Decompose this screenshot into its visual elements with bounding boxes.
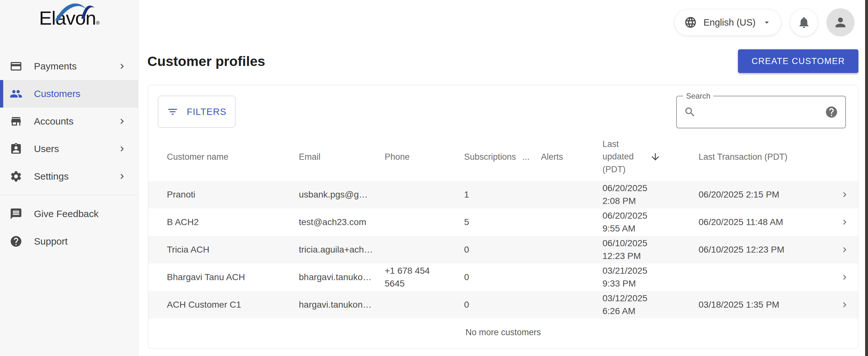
sidebar-item-label: Settings (34, 171, 117, 182)
cell-phone (385, 245, 464, 255)
row-chevron-right-icon[interactable] (839, 300, 850, 310)
row-chevron-right-icon[interactable] (839, 217, 850, 227)
filters-label: FILTERS (187, 107, 226, 117)
cell-last-updated: 06/10/2025 12:23 PM (602, 237, 699, 262)
table-row[interactable]: Tricia ACH tricia.aguila+ach… 0 06/10/20… (148, 236, 858, 263)
cell-subscriptions: 1 (464, 190, 522, 200)
table-row[interactable]: B ACH2 test@ach23.com 5 06/20/2025 9:55 … (148, 208, 858, 236)
cell-email: hargavi.tanukon… (299, 300, 385, 310)
store-icon (10, 115, 23, 128)
table-row[interactable]: ACH Customer C1 hargavi.tanukon… 0 03/12… (148, 291, 858, 319)
page-title: Customer profiles (147, 54, 265, 69)
sidebar-item-payments[interactable]: Payments (0, 53, 138, 80)
column-header-email[interactable]: Email (299, 152, 385, 162)
cell-last-updated: 03/12/2025 6:26 AM (602, 292, 699, 318)
help-circle-icon (10, 235, 23, 248)
row-chevron-right-icon[interactable] (839, 245, 850, 255)
search-help-icon[interactable] (825, 105, 838, 119)
chevron-right-icon (117, 144, 127, 154)
bell-icon (797, 16, 811, 29)
cell-phone (385, 300, 464, 310)
filters-button[interactable]: FILTERS (158, 96, 236, 128)
cell-last-updated: 06/20/2025 9:55 AM (602, 209, 699, 235)
search-icon (684, 106, 696, 118)
column-header-customer-name[interactable]: Customer name (167, 152, 299, 162)
cell-customer-name: ACH Customer C1 (167, 300, 299, 310)
table-row[interactable]: Pranoti usbank.pgs@g… 1 06/20/2025 2:08 … (148, 181, 858, 208)
no-more-customers-message: No more customers (465, 327, 541, 337)
row-chevron-right-icon[interactable] (839, 272, 850, 282)
people-icon (10, 87, 23, 100)
sidebar-item-label: Give Feedback (34, 208, 127, 219)
language-label: English (US) (703, 17, 755, 28)
sidebar-secondary-nav: Give Feedback Support (0, 200, 138, 255)
topbar: English (US) (138, 0, 868, 45)
sidebar-item-label: Users (34, 143, 117, 154)
cell-last-updated: 03/21/2025 9:33 PM (602, 264, 699, 290)
chevron-right-icon (117, 171, 127, 182)
sidebar-divider (0, 195, 138, 195)
sort-descending-icon[interactable] (650, 152, 661, 162)
cell-email: tricia.aguila+ach… (299, 245, 385, 255)
cell-phone (385, 190, 464, 200)
sidebar-item-accounts[interactable]: Accounts (0, 107, 138, 135)
search-input[interactable] (701, 107, 820, 117)
cell-customer-name: B ACH2 (167, 217, 299, 227)
cell-last-transaction: 03/18/2025 1:35 PM (699, 300, 833, 310)
last-updated-label: Last updated (PDT) (602, 138, 642, 175)
table-body: Pranoti usbank.pgs@g… 1 06/20/2025 2:08 … (148, 181, 858, 319)
cell-customer-name: Pranoti (167, 190, 299, 200)
credit-card-icon (10, 60, 23, 73)
row-chevron-right-icon[interactable] (839, 190, 850, 200)
sidebar-item-users[interactable]: Users (0, 135, 138, 163)
table-row[interactable]: Bhargavi Tanu ACH bhargavi.tanuko… +1 67… (148, 263, 858, 291)
create-customer-button[interactable]: CREATE CUSTOMER (738, 49, 858, 73)
sidebar-item-customers[interactable]: Customers (0, 80, 138, 107)
notifications-button[interactable] (790, 8, 818, 36)
chevron-right-icon (117, 61, 127, 71)
user-avatar-button[interactable] (826, 8, 855, 36)
elavon-swoosh-icon (55, 0, 99, 23)
search-field: Search (676, 96, 846, 128)
sidebar: Elavon® Payments Customers Accounts User… (0, 0, 138, 356)
filter-icon (167, 106, 178, 118)
cell-phone (385, 217, 464, 227)
cell-subscriptions: 5 (464, 217, 522, 227)
sidebar-nav: Payments Customers Accounts Users Settin… (0, 53, 138, 190)
main-content: English (US) Customer profiles CREATE CU… (138, 0, 868, 356)
column-header-subscriptions[interactable]: Subscriptions (464, 152, 522, 162)
cell-phone: +1 678 454 5645 (385, 264, 464, 290)
cell-last-updated: 06/20/2025 2:08 PM (602, 182, 699, 207)
table-footer: No more customers (148, 319, 858, 346)
table-toolbar: FILTERS Search (148, 85, 858, 128)
feedback-bubble-icon (10, 207, 23, 220)
customer-table-card: FILTERS Search Customer name Email Phone… (148, 85, 858, 349)
sidebar-item-label: Payments (34, 61, 117, 72)
sidebar-item-label: Support (34, 236, 127, 247)
sidebar-item-label: Accounts (34, 116, 117, 127)
cell-last-transaction: 06/20/2025 11:48 AM (699, 217, 833, 227)
table-header-row: Customer name Email Phone Subscriptions … (148, 133, 858, 181)
cell-last-transaction: 06/20/2025 2:15 PM (699, 190, 833, 200)
column-header-alerts[interactable]: Alerts (541, 152, 602, 162)
sidebar-item-support[interactable]: Support (0, 228, 138, 255)
globe-icon (684, 16, 697, 29)
caret-down-icon (762, 18, 772, 27)
cell-customer-name: Tricia ACH (167, 245, 299, 255)
column-header-phone[interactable]: Phone (385, 152, 464, 162)
cell-customer-name: Bhargavi Tanu ACH (167, 272, 299, 282)
browser-scrollbar[interactable] (865, 0, 868, 356)
column-header-overflow[interactable]: ... (522, 152, 541, 162)
cell-last-transaction: 06/10/2025 12:23 PM (699, 245, 833, 255)
search-field-label: Search (683, 92, 713, 100)
sidebar-item-label: Customers (34, 88, 127, 99)
chevron-right-icon (117, 116, 127, 126)
column-header-last-transaction[interactable]: Last Transaction (PDT) (699, 152, 833, 162)
cell-subscriptions: 0 (464, 272, 522, 282)
page-header: Customer profiles CREATE CUSTOMER (138, 49, 868, 73)
sidebar-item-give-feedback[interactable]: Give Feedback (0, 200, 138, 228)
cell-subscriptions: 0 (464, 300, 522, 310)
language-selector[interactable]: English (US) (674, 9, 781, 36)
sidebar-item-settings[interactable]: Settings (0, 163, 138, 190)
column-header-last-updated[interactable]: Last updated (PDT) (602, 138, 699, 175)
